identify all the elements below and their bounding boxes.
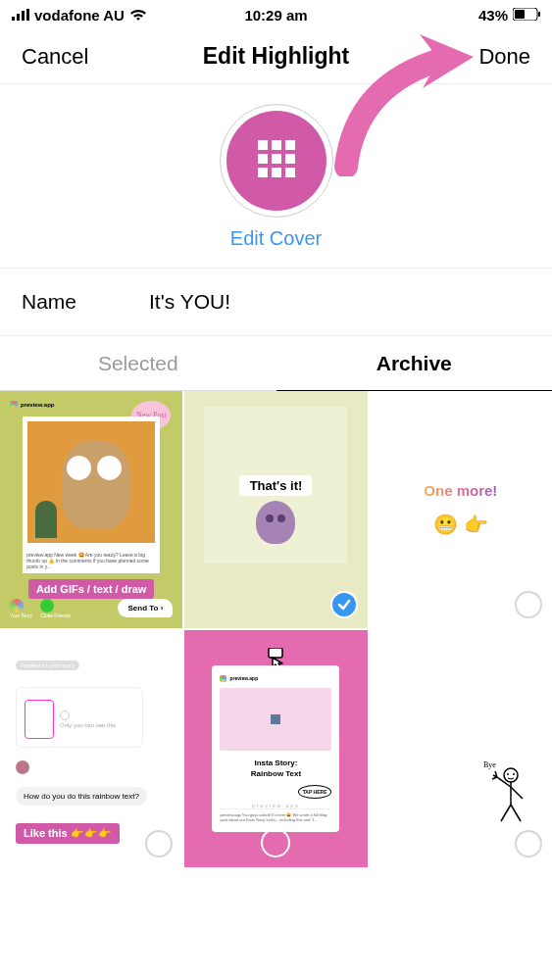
send-to-button: Send To › xyxy=(118,599,173,617)
stick-figure-sticker: Bye xyxy=(483,758,532,830)
selection-circle[interactable] xyxy=(261,828,290,858)
done-button[interactable]: Done xyxy=(478,44,530,70)
battery-icon xyxy=(513,7,540,24)
app-logo-icon xyxy=(10,401,18,409)
card-title: Insta Story:Rainbow Text xyxy=(251,759,301,779)
selection-circle[interactable] xyxy=(515,591,542,618)
close-friends-icon xyxy=(40,599,54,612)
name-row: Name It's YOU! xyxy=(0,268,552,336)
post-card: preview.app Insta Story:Rainbow Text TAP… xyxy=(212,665,339,832)
archive-grid: preview.app New Post preview.app New wee… xyxy=(0,391,552,867)
cover-avatar[interactable] xyxy=(220,104,333,218)
tap-here-sticker: TAP HERE xyxy=(298,785,332,799)
nav-bar: Cancel Edit Highlight Done xyxy=(0,29,552,84)
svg-rect-1 xyxy=(17,14,20,21)
feature-pill: Like this 👉👉👉 xyxy=(16,823,120,844)
replied-label: Replied to your story xyxy=(16,661,79,670)
caption-text: preview.app New week 🤩 Are you ready? Le… xyxy=(23,548,160,573)
feature-pill: Add GIFs / text / draw xyxy=(28,579,154,599)
name-input[interactable]: It's YOU! xyxy=(149,290,230,314)
play-icon xyxy=(271,714,280,724)
story-tile[interactable]: One more! 😬 👉 xyxy=(370,391,552,628)
svg-rect-8 xyxy=(272,140,281,150)
edit-cover-link[interactable]: Edit Cover xyxy=(230,227,322,250)
svg-line-24 xyxy=(511,805,521,821)
only-you-label: Only you can see this xyxy=(60,722,116,728)
svg-rect-14 xyxy=(272,168,281,177)
svg-line-22 xyxy=(511,787,523,799)
svg-rect-10 xyxy=(258,154,268,164)
svg-rect-16 xyxy=(269,648,282,658)
character-sticker xyxy=(256,501,295,544)
cancel-button[interactable]: Cancel xyxy=(22,44,88,70)
account-label: preview.app xyxy=(21,402,54,408)
tab-archive[interactable]: Archive xyxy=(276,336,553,391)
signal-icon xyxy=(12,7,29,24)
svg-point-19 xyxy=(507,773,509,775)
wifi-icon xyxy=(129,7,147,24)
tabs: Selected Archive xyxy=(0,336,552,391)
account-label: preview.app xyxy=(229,675,258,681)
svg-rect-5 xyxy=(515,10,525,19)
svg-rect-13 xyxy=(258,168,268,177)
story-tile[interactable]: preview.app Insta Story:Rainbow Text TAP… xyxy=(184,630,367,867)
story-tile[interactable]: That's it! xyxy=(184,391,367,628)
selection-circle[interactable] xyxy=(145,830,173,858)
name-label: Name xyxy=(22,290,149,314)
app-logo-icon xyxy=(220,675,226,682)
caption-text: preview.app You guys asked! It's here 😄 … xyxy=(220,808,331,822)
carrier-label: vodafone AU xyxy=(34,7,125,24)
status-bar: vodafone AU 10:29 am 43% xyxy=(0,0,552,29)
your-story-icon xyxy=(10,599,24,612)
selection-circle[interactable] xyxy=(515,830,542,858)
emoji-sticker: 😬 👉 xyxy=(433,513,488,536)
svg-rect-2 xyxy=(22,11,25,21)
svg-rect-3 xyxy=(26,9,29,21)
time-label: 10:29 am xyxy=(244,7,307,24)
story-tile[interactable]: preview.app New Post preview.app New wee… xyxy=(0,391,182,628)
svg-rect-0 xyxy=(12,17,15,21)
story-tile[interactable]: Bye xyxy=(370,630,552,867)
svg-rect-6 xyxy=(538,12,540,17)
svg-rect-12 xyxy=(285,154,295,164)
selection-check-icon[interactable] xyxy=(330,591,358,618)
svg-rect-7 xyxy=(258,140,268,150)
tab-selected[interactable]: Selected xyxy=(0,336,276,391)
story-photo xyxy=(23,416,160,548)
svg-rect-11 xyxy=(272,154,281,164)
rainbow-text: One more! xyxy=(424,482,497,499)
grid-icon xyxy=(258,140,295,181)
battery-percent: 43% xyxy=(478,7,508,24)
svg-point-18 xyxy=(504,768,518,782)
page-title: Edit Highlight xyxy=(203,43,349,70)
sticker-text: That's it! xyxy=(240,475,313,496)
reply-preview: Only you can see this xyxy=(16,687,143,748)
svg-rect-15 xyxy=(285,168,295,177)
svg-rect-9 xyxy=(285,140,295,150)
your-story-label: Your Story xyxy=(10,612,32,618)
svg-point-20 xyxy=(513,773,515,775)
svg-text:Bye: Bye xyxy=(483,760,496,769)
svg-line-23 xyxy=(501,805,511,821)
avatar xyxy=(16,760,29,774)
story-tile[interactable]: Replied to your story Only you can see t… xyxy=(0,630,182,867)
close-friends-label: Close Friends xyxy=(40,612,71,618)
message-bubble: How do you do this rainbow text? xyxy=(16,787,147,806)
cover-section: Edit Cover xyxy=(0,84,552,268)
